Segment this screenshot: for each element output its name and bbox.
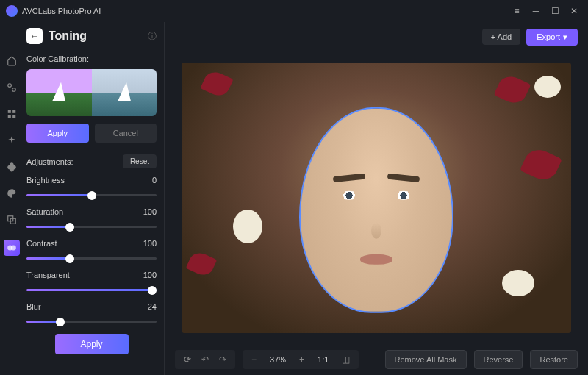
mask-outline[interactable] [299,107,453,313]
close-button[interactable]: ✕ [566,3,582,19]
add-button[interactable]: + Add [482,29,520,45]
side-panel: ← Toning ⓘ Color Calibration: Apply Canc… [24,22,165,375]
export-button[interactable]: Export▾ [526,29,578,46]
remove-mask-button[interactable]: Remove All Mask [385,350,467,369]
color-icon[interactable] [5,187,18,200]
calibration-preview[interactable] [26,69,157,116]
tool-iconbar [0,22,24,375]
panel-title: Toning [49,29,87,43]
svg-point-9 [11,246,16,251]
effects-icon[interactable] [5,160,18,174]
compare-icon[interactable]: ◫ [342,354,350,365]
back-button[interactable]: ← [26,28,43,44]
transparent-slider[interactable] [26,289,157,291]
zoom-in-button[interactable]: + [299,354,304,365]
maximize-button[interactable]: ☐ [547,3,563,19]
saturation-label: Saturation [26,207,63,216]
crop-icon[interactable] [5,81,18,94]
apply-adjustments-button[interactable]: Apply [55,334,129,354]
adjustments-label: Adjustments: [26,157,74,166]
cancel-calibration-button[interactable]: Cancel [95,124,157,143]
calibration-before-thumb [26,69,92,116]
blur-label: Blur [26,302,41,311]
resize-icon[interactable] [5,213,18,226]
app-name: AVCLabs PhotoPro AI [22,7,101,15]
transparent-value: 100 [143,271,157,279]
svg-point-0 [8,84,12,88]
undo-icon[interactable]: ↶ [201,354,209,365]
brightness-label: Brightness [26,176,65,185]
apply-calibration-button[interactable]: Apply [26,124,89,143]
restore-button[interactable]: Restore [530,350,578,369]
svg-rect-4 [8,115,11,118]
calibration-after-thumb [92,69,157,116]
calibration-label: Color Calibration: [26,54,157,63]
svg-point-1 [12,88,16,92]
svg-rect-2 [8,110,11,113]
blur-slider[interactable] [26,321,157,323]
home-icon[interactable] [5,54,18,68]
menu-icon[interactable]: ≡ [509,3,525,19]
contrast-slider[interactable] [26,257,157,260]
contrast-value: 100 [143,239,157,248]
transparent-label: Transparent [26,271,70,279]
contrast-label: Contrast [26,239,57,248]
saturation-value: 100 [143,207,157,216]
svg-rect-5 [12,115,15,118]
reverse-button[interactable]: Reverse [474,350,523,369]
brightness-slider[interactable] [26,194,157,196]
chevron-down-icon: ▾ [563,32,567,42]
ratio-button[interactable]: 1:1 [315,355,331,364]
app-logo-icon [6,5,18,17]
refresh-icon[interactable]: ⟳ [184,354,191,365]
reset-button[interactable]: Reset [123,154,157,168]
info-icon[interactable]: ⓘ [148,30,157,43]
redo-icon[interactable]: ↷ [219,354,226,365]
saturation-slider[interactable] [26,226,157,228]
enhance-icon[interactable] [5,107,18,121]
zoom-out-button[interactable]: − [251,354,257,365]
blur-value: 24 [148,302,157,311]
zoom-level: 37% [267,355,289,364]
image-canvas[interactable] [182,63,571,333]
brightness-value: 0 [152,176,157,185]
titlebar: AVCLabs PhotoPro AI ≡ ─ ☐ ✕ [0,0,588,22]
toning-icon[interactable] [4,240,20,256]
svg-rect-3 [12,110,15,113]
minimize-button[interactable]: ─ [528,3,544,19]
magic-icon[interactable] [5,134,18,147]
